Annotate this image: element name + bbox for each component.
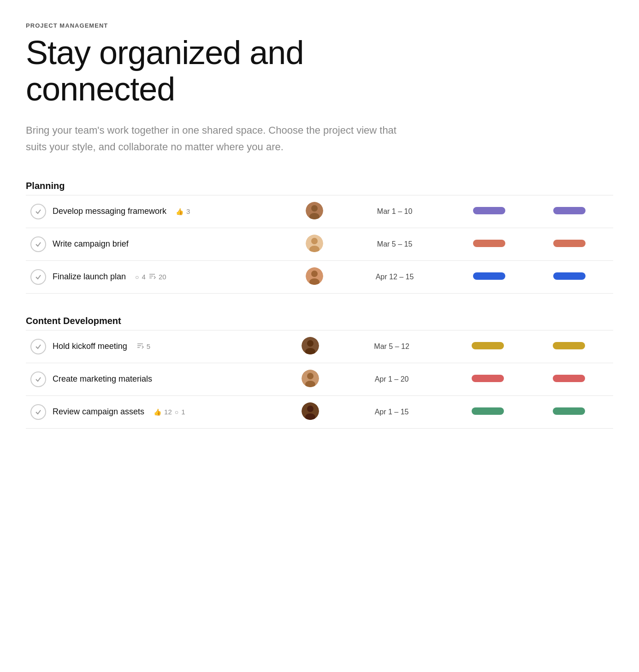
task-pill-2	[526, 228, 613, 260]
avatar	[302, 402, 319, 420]
table-row[interactable]: Create marketing materials Apr 1 – 20	[26, 363, 613, 395]
table-row[interactable]: Review campaign assets👍12○1 Apr 1 – 15	[26, 395, 613, 428]
avatar	[302, 337, 319, 354]
table-row[interactable]: Write campaign brief Mar 5 – 15	[26, 228, 613, 260]
task-pill-1	[451, 395, 525, 428]
subtask-count: 5	[147, 342, 150, 350]
task-name: Review campaign assets	[53, 407, 144, 417]
svg-point-10	[307, 340, 314, 347]
task-pill-2	[525, 330, 613, 363]
table-row[interactable]: Hold kickoff meeting5 Mar 5 – 12	[26, 330, 613, 363]
group-content-development: Content DevelopmentHold kickoff meeting5…	[26, 316, 613, 429]
task-meta: 👍3	[176, 207, 190, 215]
table-row[interactable]: Develop messaging framework👍3 Mar 1 – 10	[26, 195, 613, 228]
task-name: Finalize launch plan	[53, 272, 126, 282]
table-row[interactable]: Finalize launch plan○420 Apr 12 – 15	[26, 260, 613, 293]
task-pill-2	[526, 260, 613, 293]
task-date: Apr 1 – 15	[332, 395, 450, 428]
subtask-count: 20	[159, 273, 166, 281]
task-meta: 5	[136, 342, 150, 351]
task-date: Mar 1 – 10	[337, 195, 453, 228]
task-pill-1	[453, 260, 526, 293]
svg-point-1	[311, 205, 318, 212]
thumbs-up-count: 3	[186, 207, 190, 215]
avatar	[306, 235, 323, 252]
task-date: Mar 5 – 15	[337, 228, 453, 260]
task-pill-1	[453, 228, 526, 260]
avatar	[306, 267, 323, 285]
task-date: Apr 12 – 15	[337, 260, 453, 293]
comment-count: 4	[142, 273, 146, 281]
task-check-icon[interactable]	[30, 269, 46, 285]
task-pill-1	[453, 195, 526, 228]
task-name: Develop messaging framework	[53, 206, 166, 216]
task-check-icon[interactable]	[30, 236, 46, 252]
avatar	[306, 202, 323, 219]
page-description: Bring your team's work together in one s…	[26, 122, 404, 154]
subtask-icon	[136, 342, 144, 351]
task-pill-2	[525, 395, 613, 428]
group-title-content-development: Content Development	[26, 316, 613, 326]
thumbs-up-count: 12	[164, 408, 172, 416]
comment-icon: ○	[175, 408, 178, 416]
svg-point-4	[311, 238, 318, 244]
task-name: Hold kickoff meeting	[53, 342, 127, 351]
subtask-icon	[148, 272, 156, 281]
task-check-icon[interactable]	[30, 204, 46, 219]
task-name: Write campaign brief	[53, 239, 129, 249]
task-pill-2	[525, 363, 613, 395]
task-pill-1	[451, 363, 525, 395]
task-name: Create marketing materials	[53, 374, 152, 384]
comment-count: 1	[181, 408, 185, 416]
task-check-icon[interactable]	[30, 404, 46, 420]
thumbs-up-icon: 👍	[176, 208, 183, 215]
task-meta: 👍12○1	[154, 408, 185, 416]
group-planning: PlanningDevelop messaging framework👍3 Ma…	[26, 181, 613, 294]
task-date: Apr 1 – 20	[332, 363, 450, 395]
task-pill-2	[526, 195, 613, 228]
group-title-planning: Planning	[26, 181, 613, 191]
svg-point-7	[311, 271, 318, 277]
task-check-icon[interactable]	[30, 339, 46, 354]
task-check-icon[interactable]	[30, 371, 46, 387]
task-meta: ○420	[135, 272, 166, 281]
task-date: Mar 5 – 12	[332, 330, 450, 363]
page-title: Stay organized andconnected	[26, 35, 613, 107]
section-label: PROJECT MANAGEMENT	[26, 22, 613, 29]
svg-point-16	[307, 406, 314, 412]
thumbs-up-icon: 👍	[154, 408, 161, 416]
avatar	[302, 370, 319, 387]
svg-point-13	[307, 373, 314, 379]
task-pill-1	[451, 330, 525, 363]
comment-icon: ○	[135, 273, 139, 281]
